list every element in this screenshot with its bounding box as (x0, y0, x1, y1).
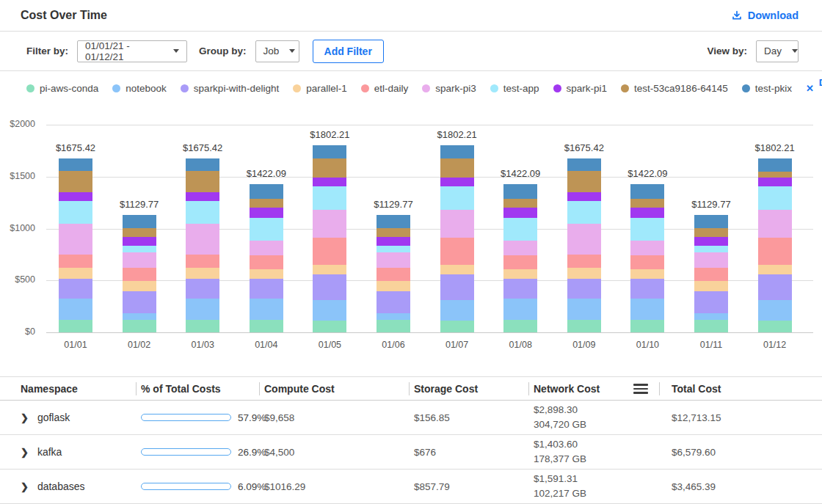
download-button[interactable]: Download (731, 10, 799, 21)
bar-segment-spark-pi1[interactable] (503, 208, 537, 217)
bar-segment-spark-pi3[interactable] (377, 252, 410, 269)
bar-segment-spark-pi1[interactable] (313, 178, 346, 186)
legend-item-pi-aws-conda[interactable]: pi-aws-conda (26, 83, 98, 94)
bar-segment-spark-pi1[interactable] (377, 237, 410, 245)
legend-item-spark-pi1[interactable]: spark-pi1 (553, 83, 608, 94)
bar-segment-parallel-1[interactable] (758, 265, 792, 274)
bar-segment-etl-daily[interactable] (250, 255, 283, 269)
bar-segment-test-53ca9186-64145[interactable] (59, 171, 92, 192)
bar-segment-pi-aws-conda[interactable] (567, 320, 601, 332)
bar-segment-test-app[interactable] (694, 246, 728, 252)
group-by-select[interactable]: Job (255, 40, 299, 62)
bar-segment-spark-pi1[interactable] (250, 208, 283, 217)
bar-segment-test-pkix[interactable] (694, 215, 728, 228)
bar-segment-test-53ca9186-64145[interactable] (123, 228, 156, 237)
view-by-select[interactable]: Day (756, 40, 799, 62)
bar-segment-pi-aws-conda[interactable] (186, 320, 219, 332)
bar-segment-etl-daily[interactable] (503, 255, 537, 269)
column-settings-icon[interactable] (633, 384, 648, 394)
deselect-all-button[interactable]: ✕ Deselect All (806, 77, 822, 99)
bar-segment-notebook[interactable] (123, 313, 156, 320)
bar-segment-sparkpi-with-delight[interactable] (758, 274, 792, 300)
bar-segment-test-pkix[interactable] (123, 215, 156, 228)
bar-segment-spark-pi1[interactable] (630, 208, 664, 217)
bar-segment-test-app[interactable] (377, 246, 410, 252)
bar-segment-etl-daily[interactable] (377, 268, 410, 281)
bar-segment-test-53ca9186-64145[interactable] (758, 172, 792, 177)
bar-segment-test-app[interactable] (567, 201, 601, 224)
bar-segment-test-app[interactable] (440, 186, 474, 211)
bar-segment-sparkpi-with-delight[interactable] (123, 291, 156, 314)
bar-segment-notebook[interactable] (630, 299, 664, 320)
bar-segment-sparkpi-with-delight[interactable] (567, 279, 601, 299)
bar-segment-test-53ca9186-64145[interactable] (694, 228, 728, 237)
legend-item-test-app[interactable]: test-app (490, 83, 539, 94)
bar-segment-spark-pi3[interactable] (758, 210, 792, 238)
bar-segment-pi-aws-conda[interactable] (694, 320, 728, 332)
legend-item-spark-pi3[interactable]: spark-pi3 (422, 83, 476, 94)
bar-segment-notebook[interactable] (250, 299, 283, 320)
bar-segment-test-app[interactable] (503, 218, 537, 241)
bar-segment-parallel-1[interactable] (123, 281, 156, 291)
bar-segment-spark-pi3[interactable] (313, 210, 346, 238)
bar-segment-test-53ca9186-64145[interactable] (567, 171, 601, 192)
bar-segment-etl-daily[interactable] (694, 268, 728, 281)
bar-segment-test-53ca9186-64145[interactable] (440, 158, 474, 178)
bar-segment-pi-aws-conda[interactable] (503, 320, 537, 332)
bar-segment-spark-pi3[interactable] (123, 252, 156, 269)
bar-segment-pi-aws-conda[interactable] (440, 321, 474, 332)
bar-segment-notebook[interactable] (503, 299, 537, 320)
bar-segment-etl-daily[interactable] (758, 238, 792, 265)
bar-segment-parallel-1[interactable] (694, 281, 728, 291)
bar-segment-spark-pi1[interactable] (59, 192, 92, 200)
bar-segment-spark-pi3[interactable] (694, 252, 728, 269)
bar-segment-spark-pi3[interactable] (630, 241, 664, 256)
bar-segment-parallel-1[interactable] (186, 268, 219, 279)
bar-segment-test-pkix[interactable] (503, 184, 537, 198)
legend-item-parallel-1[interactable]: parallel-1 (293, 83, 347, 94)
expand-row-icon[interactable]: ❯ (21, 482, 29, 492)
legend-item-notebook[interactable]: notebook (112, 83, 167, 94)
bar-segment-etl-daily[interactable] (567, 255, 601, 268)
bar-segment-spark-pi1[interactable] (694, 237, 728, 245)
legend-item-sparkpi-with-delight[interactable]: sparkpi-with-delight (181, 83, 279, 94)
bar-segment-test-app[interactable] (186, 201, 219, 224)
bar-segment-spark-pi1[interactable] (567, 192, 601, 200)
bar-segment-notebook[interactable] (59, 299, 92, 320)
bar-segment-test-pkix[interactable] (59, 158, 92, 171)
bar-segment-test-app[interactable] (630, 218, 664, 241)
bar-segment-test-53ca9186-64145[interactable] (250, 199, 283, 208)
bar-segment-notebook[interactable] (377, 313, 410, 320)
bar-segment-spark-pi3[interactable] (440, 210, 474, 238)
bar-segment-test-53ca9186-64145[interactable] (186, 171, 219, 192)
bar-segment-test-pkix[interactable] (377, 215, 410, 228)
bar-segment-test-pkix[interactable] (758, 158, 792, 172)
legend-item-test-53ca9186-64145[interactable]: test-53ca9186-64145 (621, 83, 728, 94)
bar-segment-parallel-1[interactable] (567, 268, 601, 279)
bar-segment-sparkpi-with-delight[interactable] (313, 274, 346, 300)
legend-item-etl-daily[interactable]: etl-daily (361, 83, 409, 94)
bar-segment-pi-aws-conda[interactable] (630, 320, 664, 332)
bar-segment-parallel-1[interactable] (313, 265, 346, 274)
bar-segment-notebook[interactable] (313, 300, 346, 321)
bar-segment-notebook[interactable] (694, 313, 728, 320)
bar-segment-parallel-1[interactable] (250, 269, 283, 279)
bar-segment-parallel-1[interactable] (630, 269, 664, 279)
bar-segment-sparkpi-with-delight[interactable] (186, 279, 219, 299)
bar-segment-notebook[interactable] (758, 300, 792, 320)
bar-segment-etl-daily[interactable] (186, 255, 219, 268)
bar-segment-etl-daily[interactable] (313, 238, 346, 265)
bar-segment-test-pkix[interactable] (250, 184, 283, 198)
bar-segment-parallel-1[interactable] (377, 281, 410, 291)
bar-segment-spark-pi1[interactable] (123, 237, 156, 245)
bar-segment-test-pkix[interactable] (630, 184, 664, 198)
bar-segment-pi-aws-conda[interactable] (313, 321, 346, 332)
bar-segment-test-53ca9186-64145[interactable] (503, 199, 537, 208)
bar-segment-sparkpi-with-delight[interactable] (503, 279, 537, 299)
bar-segment-spark-pi3[interactable] (250, 241, 283, 256)
bar-segment-test-app[interactable] (758, 186, 792, 211)
bar-segment-spark-pi3[interactable] (59, 224, 92, 255)
bar-segment-spark-pi3[interactable] (567, 224, 601, 255)
bar-segment-sparkpi-with-delight[interactable] (694, 291, 728, 314)
bar-segment-test-pkix[interactable] (567, 158, 601, 171)
